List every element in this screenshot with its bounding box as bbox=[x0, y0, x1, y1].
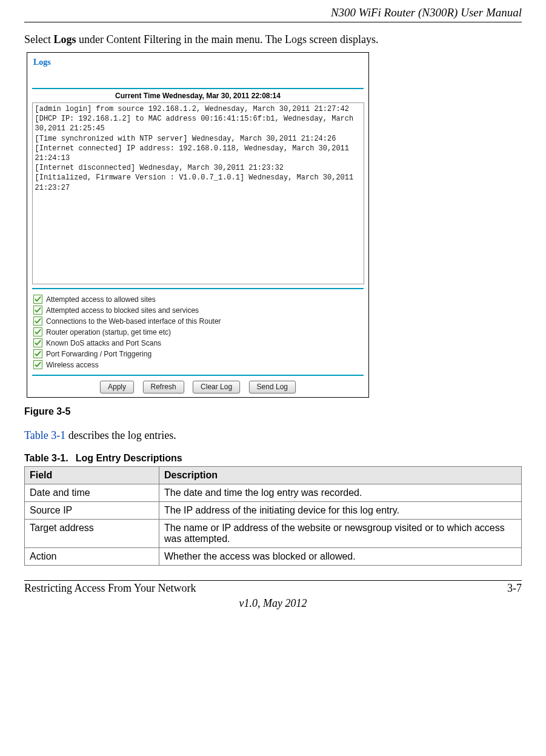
checkbox-row: Attempted access to blocked sites and se… bbox=[33, 306, 362, 315]
checkbox-icon[interactable] bbox=[33, 338, 42, 347]
table-link[interactable]: Table 3-1 bbox=[24, 429, 65, 441]
checkbox-label: Attempted access to blocked sites and se… bbox=[46, 306, 199, 315]
table-row: Target addressThe name or IP address of … bbox=[25, 520, 522, 548]
doc-header-title: N300 WiFi Router (N300R) User Manual bbox=[24, 0, 522, 19]
cell-desc: Whether the access was blocked or allowe… bbox=[159, 548, 522, 566]
figure-caption: Figure 3-5 bbox=[24, 406, 522, 417]
checkbox-label: Connections to the Web-based interface o… bbox=[46, 317, 221, 326]
cell-desc: The name or IP address of the website or… bbox=[159, 520, 522, 548]
footer-row: Restricting Access From Your Network 3-7 bbox=[24, 582, 522, 595]
th-description: Description bbox=[159, 467, 522, 484]
table-number: Table 3-1. bbox=[24, 453, 68, 463]
log-textarea[interactable]: [admin login] from source 192.168.1.2, W… bbox=[32, 102, 364, 284]
checkbox-icon[interactable] bbox=[33, 360, 42, 369]
cell-field: Action bbox=[25, 548, 159, 566]
cell-field: Source IP bbox=[25, 502, 159, 520]
table-row: Date and timeThe date and time the log e… bbox=[25, 484, 522, 502]
checkbox-label: Router operation (startup, get time etc) bbox=[46, 328, 171, 336]
refresh-button[interactable]: Refresh bbox=[143, 381, 184, 393]
divider-top bbox=[32, 88, 364, 89]
checkbox-row: Known DoS attacks and Port Scans bbox=[33, 338, 362, 347]
checkbox-icon[interactable] bbox=[33, 306, 42, 315]
intro-before: Select bbox=[24, 33, 53, 45]
figure-screenshot: Logs Current Time Wednesday, Mar 30, 201… bbox=[27, 52, 369, 398]
checkbox-row: Router operation (startup, get time etc) bbox=[33, 327, 362, 336]
checkbox-icon[interactable] bbox=[33, 349, 42, 358]
logs-heading: Logs bbox=[33, 58, 365, 67]
checkbox-row: Port Forwarding / Port Triggering bbox=[33, 349, 362, 358]
th-field: Field bbox=[25, 467, 159, 484]
cell-desc: The IP address of the initiating device … bbox=[159, 502, 522, 520]
checkbox-icon[interactable] bbox=[33, 327, 42, 336]
table-row: ActionWhether the access was blocked or … bbox=[25, 548, 522, 566]
table-name: Log Entry Descriptions bbox=[76, 453, 182, 463]
checkbox-icon[interactable] bbox=[33, 295, 42, 304]
footer-version: v1.0, May 2012 bbox=[24, 597, 522, 610]
intro-bold: Logs bbox=[53, 33, 76, 45]
current-time-label: Current Time Wednesday, Mar 30, 2011 22:… bbox=[31, 92, 365, 100]
checkbox-label: Wireless access bbox=[46, 361, 99, 369]
checkbox-row: Attempted access to allowed sites bbox=[33, 295, 362, 304]
table-intro-rest: describes the log entries. bbox=[65, 429, 176, 441]
log-options-group: Attempted access to allowed sitesAttempt… bbox=[32, 288, 364, 376]
checkbox-label: Attempted access to allowed sites bbox=[46, 295, 156, 304]
table-row: Source IPThe IP address of the initiatin… bbox=[25, 502, 522, 520]
footer-rule bbox=[24, 580, 522, 581]
cell-field: Target address bbox=[25, 520, 159, 548]
cell-field: Date and time bbox=[25, 484, 159, 502]
checkbox-icon[interactable] bbox=[33, 316, 42, 326]
intro-paragraph: Select Logs under Content Filtering in t… bbox=[24, 33, 522, 46]
checkbox-label: Known DoS attacks and Port Scans bbox=[46, 339, 161, 347]
header-rule bbox=[24, 22, 522, 22]
footer-section: Restricting Access From Your Network bbox=[24, 582, 196, 595]
send-log-button[interactable]: Send Log bbox=[249, 381, 296, 393]
table-intro: Table 3-1 describes the log entries. bbox=[24, 429, 522, 442]
table-title: Table 3-1.Log Entry Descriptions bbox=[24, 453, 522, 464]
clear-log-button[interactable]: Clear Log bbox=[193, 381, 240, 393]
cell-desc: The date and time the log entry was reco… bbox=[159, 484, 522, 502]
checkbox-row: Connections to the Web-based interface o… bbox=[33, 316, 362, 326]
log-entry-table: Field Description Date and timeThe date … bbox=[24, 466, 522, 566]
checkbox-label: Port Forwarding / Port Triggering bbox=[46, 350, 151, 358]
checkbox-row: Wireless access bbox=[33, 360, 362, 369]
footer-page: 3-7 bbox=[507, 582, 522, 595]
intro-after: under Content Filtering in the main menu… bbox=[76, 33, 379, 45]
button-row: Apply Refresh Clear Log Send Log bbox=[31, 380, 365, 393]
apply-button[interactable]: Apply bbox=[100, 381, 134, 393]
